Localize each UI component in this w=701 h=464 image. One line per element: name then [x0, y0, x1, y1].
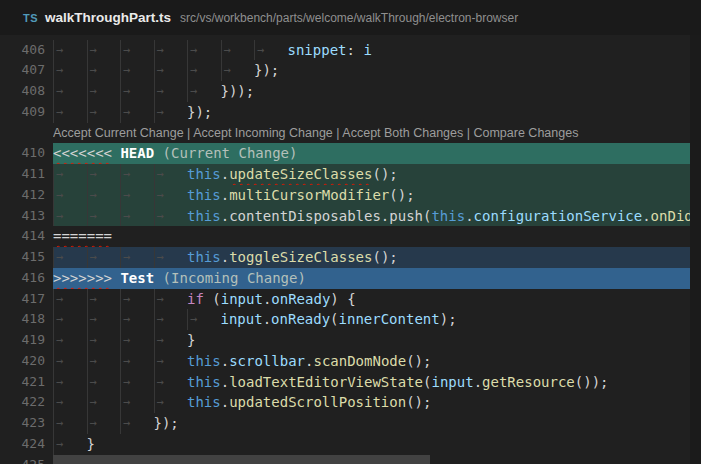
code-content[interactable]: ======= — [53, 226, 690, 247]
code-token: ======= — [53, 228, 112, 244]
code-content[interactable]: <<<<<<< HEAD (Current Change) — [53, 143, 690, 164]
code-token: onDidU — [651, 208, 690, 224]
code-content[interactable]: →→→→this.multiCursorModifier(); — [53, 185, 690, 206]
line-number: 407 — [0, 60, 45, 81]
line-number: 421 — [0, 372, 45, 393]
code-line-408: 408→→→→→})); — [0, 81, 690, 102]
code-token: if — [187, 291, 204, 307]
tab-whitespace-arrow-icon: → — [120, 206, 154, 227]
code-content[interactable]: →→→}); — [53, 413, 690, 434]
tab-whitespace-arrow-icon: → — [154, 392, 188, 413]
code-content[interactable]: →→→→this.scrollbar.scanDomNode(); — [53, 351, 690, 372]
code-content[interactable]: →→→→this.toggleSizeClasses(); — [53, 247, 690, 268]
code-content[interactable]: →→→→→→}); — [53, 60, 690, 81]
line-number: 417 — [0, 289, 45, 310]
code-token: .contentDisposables.push( — [221, 208, 432, 224]
file-path: src/vs/workbench/parts/welcome/walkThrou… — [180, 11, 518, 25]
tab-whitespace-arrow-icon: → — [120, 309, 154, 330]
line-number: 420 — [0, 351, 45, 372]
tab-whitespace-arrow-icon: → — [154, 289, 188, 310]
editor-lines: 406→→→→→→→snippet: i407→→→→→→});408→→→→→… — [0, 40, 690, 464]
tab-whitespace-arrow-icon: → — [53, 185, 87, 206]
tab-whitespace-arrow-icon: → — [53, 40, 87, 61]
code-token: (); — [389, 187, 414, 203]
code-token: (); — [406, 353, 431, 369]
code-token: input — [431, 374, 473, 390]
code-token: (Current Change) — [154, 145, 297, 161]
code-token: . — [221, 166, 229, 182]
code-line-412: 412→→→→this.multiCursorModifier(); — [0, 185, 690, 206]
line-number: 409 — [0, 102, 45, 123]
code-content[interactable] — [53, 455, 690, 464]
tab-whitespace-arrow-icon: → — [154, 247, 188, 268]
tab-whitespace-arrow-icon: → — [87, 392, 121, 413]
code-token: ); — [440, 311, 457, 327]
file-name[interactable]: walkThroughPart.ts — [45, 10, 171, 25]
tab-whitespace-arrow-icon: → — [87, 330, 121, 351]
code-token: this — [187, 187, 221, 203]
tab-whitespace-arrow-icon: → — [154, 206, 188, 227]
code-token: input — [221, 291, 263, 307]
tab-whitespace-arrow-icon: → — [187, 81, 221, 102]
code-content[interactable]: →→→→this.updatedScrollPosition(); — [53, 392, 690, 413]
code-line-425: 425 — [0, 455, 690, 464]
line-number: 419 — [0, 330, 45, 351]
code-editor[interactable]: 406→→→→→→→snippet: i407→→→→→→});408→→→→→… — [0, 35, 690, 464]
code-content[interactable]: →} — [53, 434, 690, 455]
code-line-423: 423→→→}); — [0, 413, 690, 434]
scrollbar[interactable] — [690, 35, 701, 464]
line-number: 415 — [0, 247, 45, 268]
code-content[interactable]: →→→→this.contentDisposables.push(this.co… — [53, 206, 690, 227]
tab-whitespace-arrow-icon: → — [154, 81, 188, 102]
codelens-separator: | — [184, 126, 194, 140]
tab-whitespace-arrow-icon: → — [120, 185, 154, 206]
tab-whitespace-arrow-icon: → — [53, 330, 87, 351]
code-content[interactable]: →→→→→input.onReady(innerContent); — [53, 309, 690, 330]
tab-whitespace-arrow-icon: → — [120, 164, 154, 185]
code-content[interactable]: →→→→if (input.onReady) { — [53, 289, 690, 310]
code-content[interactable]: →→→→this.loadTextEditorViewState(input.g… — [53, 372, 690, 393]
code-content[interactable]: →→→→→→→snippet: i — [53, 40, 690, 61]
code-content[interactable]: >>>>>>> Test (Incoming Change) — [53, 268, 690, 289]
code-token: input — [221, 311, 263, 327]
tab-whitespace-arrow-icon: → — [87, 185, 121, 206]
tab-whitespace-arrow-icon: → — [120, 40, 154, 61]
code-content[interactable]: →→→→this.updateSizeClasses(); — [53, 164, 690, 185]
tab-whitespace-arrow-icon: → — [87, 206, 121, 227]
code-token: this — [187, 208, 221, 224]
tab-whitespace-arrow-icon: → — [154, 60, 188, 81]
code-token: Test — [112, 270, 154, 286]
code-token: onReady — [271, 311, 330, 327]
tab-whitespace-arrow-icon: → — [87, 413, 121, 434]
code-content[interactable]: →→→→→})); — [53, 81, 690, 102]
tab-whitespace-arrow-icon: → — [187, 60, 221, 81]
code-token: ( — [330, 311, 338, 327]
line-number — [0, 123, 45, 144]
code-content[interactable]: →→→→}); — [53, 102, 690, 123]
tab-whitespace-arrow-icon: → — [187, 309, 221, 330]
tab-whitespace-arrow-icon: → — [254, 40, 288, 61]
line-number: 410 — [0, 143, 45, 164]
code-token: getResource — [482, 374, 575, 390]
tab-whitespace-arrow-icon: → — [120, 413, 154, 434]
codelens-action-accept-both-changes[interactable]: Accept Both Changes — [342, 126, 463, 140]
code-token: })); — [221, 83, 255, 99]
tab-whitespace-arrow-icon: → — [53, 434, 87, 455]
line-number: 423 — [0, 413, 45, 434]
tab-whitespace-arrow-icon: → — [87, 60, 121, 81]
codelens-action-accept-incoming-change[interactable]: Accept Incoming Change — [193, 126, 333, 140]
code-content[interactable]: →→→→} — [53, 330, 690, 351]
code-token: scrollbar — [229, 353, 305, 369]
code-token: configurationService — [474, 208, 643, 224]
code-token: innerContent — [339, 311, 440, 327]
tab-whitespace-arrow-icon: → — [87, 247, 121, 268]
code-line-420: 420→→→→this.scrollbar.scanDomNode(); — [0, 351, 690, 372]
code-token: (); — [372, 249, 397, 265]
tab-whitespace-arrow-icon: → — [154, 102, 188, 123]
code-token: this — [187, 394, 221, 410]
code-token: : — [347, 42, 364, 58]
tab-whitespace-arrow-icon: → — [154, 372, 188, 393]
line-number: 416 — [0, 268, 45, 289]
codelens-action-compare-changes[interactable]: Compare Changes — [473, 126, 578, 140]
codelens-action-accept-current-change[interactable]: Accept Current Change — [53, 126, 184, 140]
